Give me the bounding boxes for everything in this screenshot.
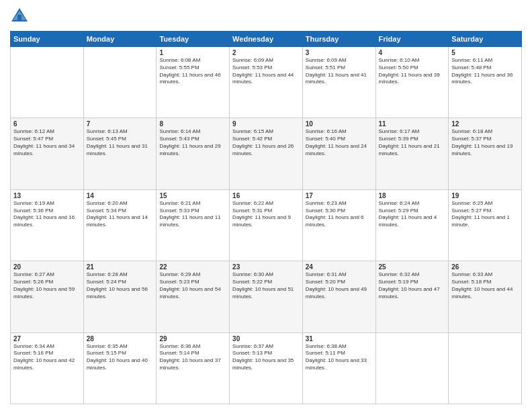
- day-info: Sunrise: 6:22 AMSunset: 5:31 PMDaylight:…: [232, 200, 300, 229]
- day-info: Sunrise: 6:15 AMSunset: 5:42 PMDaylight:…: [232, 128, 300, 157]
- calendar-week-row: 1Sunrise: 6:08 AMSunset: 5:55 PMDaylight…: [11, 47, 522, 118]
- day-number: 11: [379, 120, 446, 128]
- calendar-day-cell: [375, 332, 449, 404]
- calendar-day-cell: 13Sunrise: 6:19 AMSunset: 5:36 PMDayligh…: [11, 189, 84, 261]
- calendar-day-cell: 1Sunrise: 6:08 AMSunset: 5:55 PMDaylight…: [157, 47, 230, 118]
- calendar-week-row: 27Sunrise: 6:34 AMSunset: 5:16 PMDayligh…: [11, 332, 522, 404]
- calendar-header-sunday: Sunday: [11, 32, 84, 47]
- day-info: Sunrise: 6:36 AMSunset: 5:14 PMDaylight:…: [159, 343, 226, 372]
- calendar-day-cell: 12Sunrise: 6:18 AMSunset: 5:37 PMDayligh…: [449, 118, 522, 189]
- day-number: 30: [232, 335, 300, 342]
- calendar-day-cell: 27Sunrise: 6:34 AMSunset: 5:16 PMDayligh…: [11, 332, 84, 404]
- day-info: Sunrise: 6:09 AMSunset: 5:53 PMDaylight:…: [232, 57, 300, 86]
- day-number: 13: [13, 192, 81, 199]
- day-number: 28: [87, 335, 154, 342]
- calendar-header-saturday: Saturday: [449, 32, 522, 47]
- day-info: Sunrise: 6:27 AMSunset: 5:26 PMDaylight:…: [13, 271, 81, 300]
- day-number: 31: [306, 335, 373, 342]
- day-number: 4: [379, 49, 446, 56]
- day-info: Sunrise: 6:29 AMSunset: 5:23 PMDaylight:…: [159, 271, 226, 300]
- day-info: Sunrise: 6:37 AMSunset: 5:13 PMDaylight:…: [232, 343, 300, 372]
- day-info: Sunrise: 6:23 AMSunset: 5:30 PMDaylight:…: [306, 200, 373, 229]
- day-info: Sunrise: 6:12 AMSunset: 5:47 PMDaylight:…: [13, 128, 81, 157]
- day-number: 20: [13, 263, 81, 271]
- day-info: Sunrise: 6:32 AMSunset: 5:19 PMDaylight:…: [379, 271, 446, 300]
- page: SundayMondayTuesdayWednesdayThursdayFrid…: [0, 0, 532, 411]
- day-info: Sunrise: 6:30 AMSunset: 5:22 PMDaylight:…: [232, 271, 300, 300]
- calendar-day-cell: 16Sunrise: 6:22 AMSunset: 5:31 PMDayligh…: [230, 189, 303, 261]
- calendar-day-cell: 14Sunrise: 6:20 AMSunset: 5:34 PMDayligh…: [83, 189, 157, 261]
- day-info: Sunrise: 6:18 AMSunset: 5:37 PMDaylight:…: [451, 128, 519, 157]
- day-info: Sunrise: 6:35 AMSunset: 5:15 PMDaylight:…: [87, 343, 154, 372]
- calendar-day-cell: 22Sunrise: 6:29 AMSunset: 5:23 PMDayligh…: [157, 261, 230, 332]
- day-info: Sunrise: 6:38 AMSunset: 5:11 PMDaylight:…: [306, 343, 373, 372]
- day-info: Sunrise: 6:17 AMSunset: 5:39 PMDaylight:…: [379, 128, 446, 157]
- day-info: Sunrise: 6:16 AMSunset: 5:40 PMDaylight:…: [306, 128, 373, 157]
- day-info: Sunrise: 6:19 AMSunset: 5:36 PMDaylight:…: [13, 200, 81, 229]
- day-info: Sunrise: 6:24 AMSunset: 5:29 PMDaylight:…: [379, 200, 446, 229]
- svg-rect-2: [17, 15, 21, 21]
- logo-icon: [10, 7, 29, 26]
- calendar-header-tuesday: Tuesday: [157, 32, 230, 47]
- day-number: 23: [232, 263, 300, 271]
- calendar-day-cell: [11, 47, 84, 118]
- calendar-day-cell: 21Sunrise: 6:28 AMSunset: 5:24 PMDayligh…: [83, 261, 157, 332]
- calendar-day-cell: 8Sunrise: 6:14 AMSunset: 5:43 PMDaylight…: [157, 118, 230, 189]
- logo: [10, 7, 32, 26]
- day-number: 25: [379, 263, 446, 271]
- day-number: 18: [379, 192, 446, 199]
- calendar-table: SundayMondayTuesdayWednesdayThursdayFrid…: [10, 31, 522, 404]
- day-number: 22: [159, 263, 226, 271]
- day-number: 15: [159, 192, 226, 199]
- calendar-week-row: 20Sunrise: 6:27 AMSunset: 5:26 PMDayligh…: [11, 261, 522, 332]
- calendar-day-cell: 7Sunrise: 6:13 AMSunset: 5:45 PMDaylight…: [83, 118, 157, 189]
- day-info: Sunrise: 6:11 AMSunset: 5:48 PMDaylight:…: [451, 57, 519, 86]
- calendar-day-cell: 28Sunrise: 6:35 AMSunset: 5:15 PMDayligh…: [83, 332, 157, 404]
- calendar-header-row: SundayMondayTuesdayWednesdayThursdayFrid…: [11, 32, 522, 47]
- day-number: 19: [451, 192, 519, 199]
- calendar-day-cell: 4Sunrise: 6:10 AMSunset: 5:50 PMDaylight…: [375, 47, 449, 118]
- day-info: Sunrise: 6:08 AMSunset: 5:55 PMDaylight:…: [159, 57, 226, 86]
- calendar-day-cell: 25Sunrise: 6:32 AMSunset: 5:19 PMDayligh…: [375, 261, 449, 332]
- day-number: 5: [451, 49, 519, 56]
- calendar-day-cell: [83, 47, 157, 118]
- calendar-header-thursday: Thursday: [302, 32, 375, 47]
- day-number: 8: [159, 120, 226, 128]
- day-number: 26: [451, 263, 519, 271]
- day-info: Sunrise: 6:20 AMSunset: 5:34 PMDaylight:…: [87, 200, 154, 229]
- day-number: 21: [87, 263, 154, 271]
- calendar-day-cell: 30Sunrise: 6:37 AMSunset: 5:13 PMDayligh…: [230, 332, 303, 404]
- day-number: 14: [87, 192, 154, 199]
- day-number: 3: [306, 49, 373, 56]
- day-number: 10: [306, 120, 373, 128]
- day-info: Sunrise: 6:09 AMSunset: 5:51 PMDaylight:…: [306, 57, 373, 86]
- calendar-day-cell: 31Sunrise: 6:38 AMSunset: 5:11 PMDayligh…: [302, 332, 375, 404]
- calendar-day-cell: 20Sunrise: 6:27 AMSunset: 5:26 PMDayligh…: [11, 261, 84, 332]
- day-info: Sunrise: 6:28 AMSunset: 5:24 PMDaylight:…: [87, 271, 154, 300]
- calendar-day-cell: 10Sunrise: 6:16 AMSunset: 5:40 PMDayligh…: [302, 118, 375, 189]
- calendar-header-monday: Monday: [83, 32, 157, 47]
- calendar-day-cell: 24Sunrise: 6:31 AMSunset: 5:20 PMDayligh…: [302, 261, 375, 332]
- day-number: 24: [306, 263, 373, 271]
- calendar-week-row: 6Sunrise: 6:12 AMSunset: 5:47 PMDaylight…: [11, 118, 522, 189]
- calendar-day-cell: 9Sunrise: 6:15 AMSunset: 5:42 PMDaylight…: [230, 118, 303, 189]
- day-number: 29: [159, 335, 226, 342]
- day-number: 9: [232, 120, 300, 128]
- calendar-day-cell: 17Sunrise: 6:23 AMSunset: 5:30 PMDayligh…: [302, 189, 375, 261]
- calendar-day-cell: [449, 332, 522, 404]
- day-number: 6: [13, 120, 81, 128]
- day-number: 27: [13, 335, 81, 342]
- calendar-day-cell: 2Sunrise: 6:09 AMSunset: 5:53 PMDaylight…: [230, 47, 303, 118]
- day-info: Sunrise: 6:21 AMSunset: 5:33 PMDaylight:…: [159, 200, 226, 229]
- calendar-day-cell: 11Sunrise: 6:17 AMSunset: 5:39 PMDayligh…: [375, 118, 449, 189]
- day-info: Sunrise: 6:10 AMSunset: 5:50 PMDaylight:…: [379, 57, 446, 86]
- header: [10, 7, 522, 26]
- calendar-day-cell: 6Sunrise: 6:12 AMSunset: 5:47 PMDaylight…: [11, 118, 84, 189]
- day-number: 1: [159, 49, 226, 56]
- calendar-day-cell: 19Sunrise: 6:25 AMSunset: 5:27 PMDayligh…: [449, 189, 522, 261]
- day-info: Sunrise: 6:25 AMSunset: 5:27 PMDaylight:…: [451, 200, 519, 229]
- day-info: Sunrise: 6:13 AMSunset: 5:45 PMDaylight:…: [87, 128, 154, 157]
- day-number: 2: [232, 49, 300, 56]
- calendar-day-cell: 23Sunrise: 6:30 AMSunset: 5:22 PMDayligh…: [230, 261, 303, 332]
- calendar-week-row: 13Sunrise: 6:19 AMSunset: 5:36 PMDayligh…: [11, 189, 522, 261]
